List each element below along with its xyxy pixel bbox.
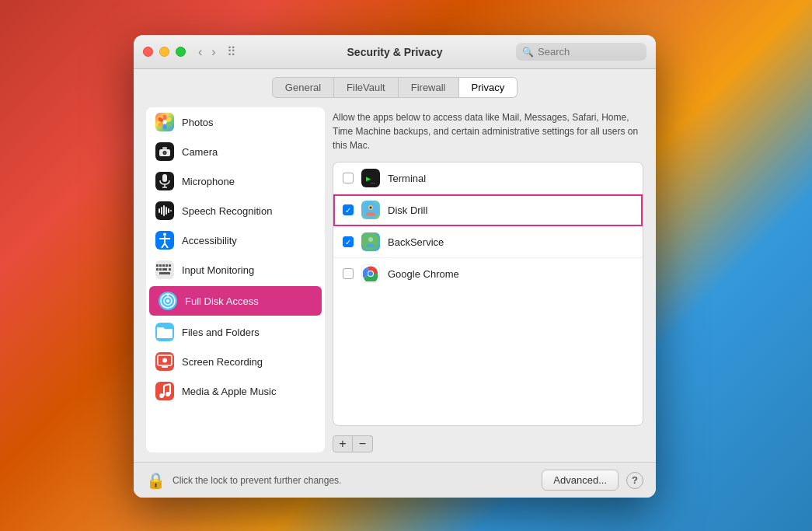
- diskdrill-app-icon: [361, 201, 380, 219]
- terminal-app-icon: ▶_: [361, 169, 380, 187]
- traffic-lights: [143, 47, 186, 57]
- full-disk-access-icon: [159, 292, 177, 310]
- chrome-app-icon: [361, 264, 380, 283]
- svg-rect-30: [156, 268, 159, 271]
- sidebar-item-full-disk-access[interactable]: Full Disk Access: [149, 286, 322, 316]
- files-folders-icon: [155, 323, 174, 341]
- app-name-chrome: Google Chrome: [388, 268, 459, 280]
- svg-rect-26: [159, 264, 162, 267]
- footer: 🔒 Click the lock to prevent further chan…: [134, 462, 656, 498]
- sidebar-item-input-monitoring[interactable]: Input Monitoring: [146, 255, 325, 285]
- sidebar-item-camera[interactable]: Camera: [146, 137, 325, 166]
- nav-buttons: ‹ ›: [195, 44, 219, 60]
- sidebar-label-microphone: Microphone: [182, 176, 235, 187]
- app-item-chrome[interactable]: Google Chrome: [333, 258, 643, 289]
- footer-text: Click the lock to prevent further change…: [173, 475, 534, 486]
- svg-point-54: [368, 271, 373, 276]
- svg-point-20: [163, 233, 166, 236]
- screen-recording-icon: [155, 352, 174, 371]
- svg-rect-17: [166, 207, 167, 215]
- microphone-icon: [155, 172, 174, 190]
- app-item-backservice[interactable]: ✓ BackService: [333, 226, 643, 258]
- svg-point-49: [370, 207, 372, 209]
- sidebar-label-speech: Speech Recognition: [182, 205, 272, 217]
- titlebar: ‹ › ⠿ Security & Privacy 🔍: [134, 35, 656, 69]
- list-controls: + −: [333, 435, 643, 452]
- media-apple-music-icon: [155, 382, 174, 400]
- app-item-terminal[interactable]: ▶_ Terminal: [333, 162, 643, 194]
- sidebar-item-speech-recognition[interactable]: Speech Recognition: [146, 196, 325, 225]
- app-name-backservice: BackService: [388, 236, 444, 248]
- back-button[interactable]: ‹: [195, 44, 205, 60]
- svg-rect-28: [166, 264, 168, 267]
- search-icon: 🔍: [522, 47, 534, 58]
- input-monitoring-icon: [155, 260, 174, 279]
- svg-rect-11: [162, 174, 167, 182]
- fullscreen-button[interactable]: [176, 47, 186, 57]
- sidebar-item-media-apple-music[interactable]: Media & Apple Music: [146, 376, 325, 406]
- accessibility-icon: [155, 231, 174, 250]
- forward-button[interactable]: ›: [208, 44, 218, 60]
- svg-rect-33: [169, 268, 171, 271]
- settings-window: ‹ › ⠿ Security & Privacy 🔍 General FileV…: [134, 35, 656, 498]
- remove-app-button[interactable]: −: [353, 435, 373, 452]
- app-name-terminal: Terminal: [388, 173, 426, 184]
- svg-rect-15: [161, 207, 162, 215]
- tab-general[interactable]: General: [272, 77, 334, 98]
- svg-point-51: [368, 237, 373, 242]
- svg-rect-29: [169, 264, 171, 267]
- advanced-button[interactable]: Advanced...: [542, 470, 619, 491]
- svg-line-46: [164, 384, 170, 386]
- app-checkbox-backservice[interactable]: ✓: [343, 236, 354, 247]
- sidebar-item-screen-recording[interactable]: Screen Recording: [146, 347, 325, 376]
- svg-point-9: [164, 152, 166, 154]
- app-item-diskdrill[interactable]: ✓ Disk Drill: [333, 194, 643, 226]
- sidebar-item-accessibility[interactable]: Accessibility: [146, 225, 325, 255]
- backservice-app-icon: [361, 232, 380, 251]
- sidebar-item-photos[interactable]: Photos: [146, 107, 325, 137]
- svg-point-37: [166, 299, 169, 302]
- sidebar-item-microphone[interactable]: Microphone: [146, 166, 325, 196]
- app-checkbox-chrome[interactable]: [343, 268, 354, 279]
- svg-rect-14: [159, 208, 160, 213]
- tab-bar: General FileVault Firewall Privacy: [134, 69, 656, 98]
- camera-icon: [155, 142, 174, 161]
- speech-recognition-icon: [155, 201, 174, 220]
- svg-point-40: [162, 358, 167, 363]
- help-button[interactable]: ?: [626, 472, 643, 489]
- sidebar-label-media: Media & Apple Music: [182, 386, 276, 397]
- add-app-button[interactable]: +: [333, 435, 353, 452]
- main-content: Photos Camera: [134, 98, 656, 462]
- svg-rect-16: [163, 205, 165, 216]
- svg-rect-18: [168, 208, 169, 213]
- app-checkbox-terminal[interactable]: [343, 173, 354, 183]
- search-box[interactable]: 🔍: [516, 43, 646, 61]
- tab-privacy[interactable]: Privacy: [459, 77, 518, 98]
- lock-icon[interactable]: 🔒: [146, 470, 165, 491]
- right-panel: Allow the apps below to access data like…: [333, 107, 643, 452]
- search-input[interactable]: [538, 46, 640, 58]
- svg-rect-34: [159, 272, 170, 274]
- apps-list: ▶_ Terminal ✓ Disk Drill: [333, 162, 643, 426]
- tab-filevault[interactable]: FileVault: [334, 77, 399, 98]
- svg-rect-31: [159, 268, 162, 271]
- minimize-button[interactable]: [159, 47, 169, 57]
- sidebar-label-accessibility: Accessibility: [182, 235, 237, 246]
- svg-rect-27: [162, 264, 165, 267]
- svg-rect-10: [162, 147, 167, 149]
- grid-icon[interactable]: ⠿: [227, 44, 236, 59]
- svg-rect-32: [162, 268, 167, 271]
- app-checkbox-diskdrill[interactable]: ✓: [343, 204, 354, 215]
- sidebar-label-files: Files and Folders: [182, 327, 260, 338]
- sidebar-label-photos: Photos: [182, 117, 213, 128]
- sidebar-label-fulldisk: Full Disk Access: [185, 295, 259, 307]
- svg-point-4: [163, 124, 167, 130]
- svg-point-1: [163, 115, 167, 121]
- close-button[interactable]: [143, 47, 153, 57]
- photos-icon: [155, 113, 174, 131]
- window-title: Security & Privacy: [347, 46, 443, 58]
- sidebar-label-screen: Screen Recording: [182, 356, 263, 368]
- tab-firewall[interactable]: Firewall: [399, 77, 459, 98]
- sidebar-item-files-and-folders[interactable]: Files and Folders: [146, 317, 325, 347]
- sidebar: Photos Camera: [146, 107, 325, 452]
